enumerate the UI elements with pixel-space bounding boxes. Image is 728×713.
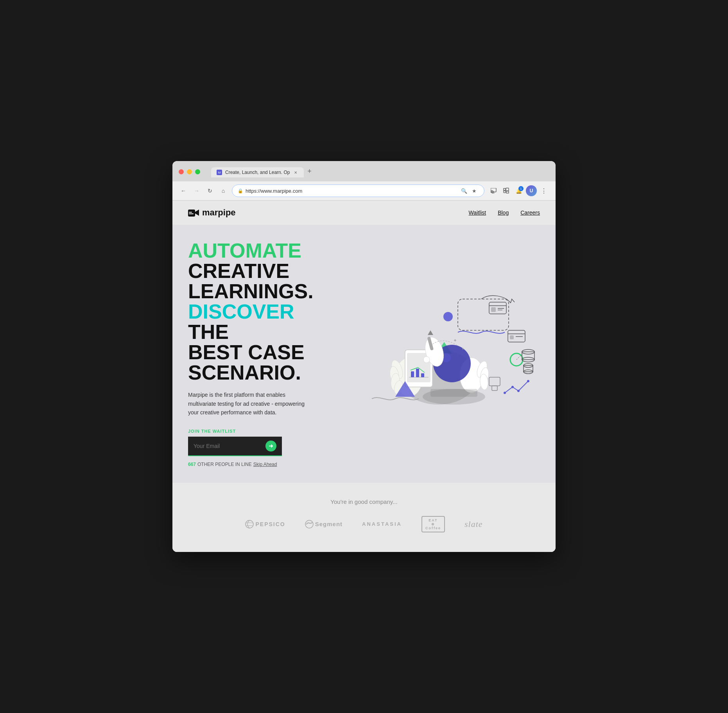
minimize-window-button[interactable] bbox=[187, 169, 192, 174]
email-form bbox=[188, 437, 282, 456]
waitlist-label: JOIN THE WAITLIST bbox=[188, 429, 337, 434]
svg-rect-40 bbox=[421, 373, 424, 377]
anastasia-logo: ANASTASIA bbox=[362, 521, 402, 527]
profile-avatar[interactable]: U bbox=[526, 185, 537, 196]
back-button[interactable]: ← bbox=[179, 186, 188, 195]
hero-description: Marpipe is the first platform that enabl… bbox=[188, 391, 305, 417]
browser-addressbar: ← → ↻ ⌂ 🔒 https://www.marpipe.com 🔍 ★ bbox=[172, 181, 556, 201]
svg-point-26 bbox=[511, 386, 514, 388]
url-text: https://www.marpipe.com bbox=[246, 188, 457, 194]
hero-title-discover: DISCOVER bbox=[188, 300, 294, 323]
svg-rect-11 bbox=[491, 307, 496, 312]
site-nav: marpipe Waitlist Blog Careers bbox=[172, 201, 556, 225]
company-tagline: You're in good company... bbox=[188, 498, 540, 505]
new-tab-button[interactable]: + bbox=[304, 166, 315, 177]
nav-careers[interactable]: Careers bbox=[520, 210, 540, 216]
svg-point-25 bbox=[504, 392, 506, 394]
address-actions: 🔍 ★ bbox=[460, 186, 479, 195]
cast-icon[interactable] bbox=[488, 185, 499, 196]
pepsico-logo: PEPSICO bbox=[245, 520, 285, 528]
svg-rect-5 bbox=[189, 213, 194, 214]
tab-close-button[interactable]: ✕ bbox=[293, 170, 298, 175]
site-logo[interactable]: marpipe bbox=[188, 208, 236, 218]
svg-text:✦: ✦ bbox=[462, 347, 464, 351]
hero-title-the: THE bbox=[188, 321, 229, 343]
svg-rect-2 bbox=[504, 191, 506, 193]
home-button[interactable]: ⌂ bbox=[219, 186, 228, 195]
svg-rect-56 bbox=[430, 389, 477, 397]
logo-text: marpipe bbox=[202, 208, 236, 218]
svg-point-27 bbox=[517, 390, 520, 392]
tab-title: Create, Launch, and Learn. Op bbox=[225, 170, 290, 175]
svg-rect-57 bbox=[489, 377, 500, 386]
website-content: marpipe Waitlist Blog Careers AUTOMATE C… bbox=[172, 201, 556, 552]
browser-toolbar-right: 🔔 1 U ⋮ bbox=[488, 185, 549, 196]
maximize-window-button[interactable] bbox=[195, 169, 200, 174]
bookmark-icon[interactable]: ★ bbox=[470, 186, 479, 195]
nav-waitlist[interactable]: Waitlist bbox=[469, 210, 486, 216]
reload-button[interactable]: ↻ bbox=[205, 186, 215, 195]
tab-bar: M Create, Launch, and Learn. Op ✕ + bbox=[211, 166, 315, 177]
hero-title-scenario: SCENARIO. bbox=[188, 361, 301, 384]
hero-section: AUTOMATE CREATIVE LEARNINGS. DISCOVER TH… bbox=[172, 225, 556, 482]
waitlist-count: 667 bbox=[188, 462, 196, 467]
segment-text: Segment bbox=[315, 521, 342, 527]
waitlist-text: OTHER PEOPLE IN LINE bbox=[197, 462, 252, 467]
address-bar[interactable]: 🔒 https://www.marpipe.com 🔍 ★ bbox=[232, 185, 484, 197]
browser-controls: M Create, Launch, and Learn. Op ✕ + bbox=[179, 166, 549, 177]
pepsico-text: PEPSICO bbox=[255, 521, 285, 527]
svg-point-28 bbox=[527, 380, 529, 382]
eat-coffee-logo: EAT ⊕ Coffee bbox=[421, 516, 445, 532]
nav-links: Waitlist Blog Careers bbox=[469, 210, 540, 216]
hero-title-automate: AUTOMATE bbox=[188, 239, 301, 262]
svg-rect-23 bbox=[524, 365, 533, 372]
hero-illustration: ✦ ✦ bbox=[337, 276, 540, 432]
hero-content: AUTOMATE CREATIVE LEARNINGS. DISCOVER TH… bbox=[188, 240, 337, 467]
company-section: You're in good company... PEPSICO bbox=[172, 483, 556, 552]
svg-rect-1 bbox=[506, 188, 509, 191]
svg-rect-6 bbox=[458, 299, 509, 330]
search-icon[interactable]: 🔍 bbox=[460, 186, 468, 195]
anastasia-text: ANASTASIA bbox=[362, 521, 402, 527]
email-input[interactable] bbox=[194, 443, 265, 449]
slate-logo: slate bbox=[464, 519, 483, 529]
waitlist-info: 667 OTHER PEOPLE IN LINE Skip Ahead bbox=[188, 462, 337, 467]
tab-favicon: M bbox=[217, 170, 222, 175]
slate-text: slate bbox=[464, 519, 483, 529]
svg-rect-3 bbox=[188, 210, 195, 217]
svg-point-52 bbox=[423, 356, 430, 363]
svg-rect-38 bbox=[411, 371, 414, 377]
svg-rect-4 bbox=[189, 212, 192, 213]
company-logos: PEPSICO Segment ANASTASIA EAT bbox=[188, 516, 540, 532]
ssl-lock-icon: 🔒 bbox=[238, 188, 243, 193]
notifications-icon[interactable]: 🔔 1 bbox=[513, 185, 524, 196]
hero-title-creative: CREATIVE bbox=[188, 260, 289, 282]
browser-tab[interactable]: M Create, Launch, and Learn. Op ✕ bbox=[211, 167, 304, 177]
svg-rect-39 bbox=[416, 369, 419, 377]
nav-blog[interactable]: Blog bbox=[498, 210, 509, 216]
hero-title: AUTOMATE CREATIVE LEARNINGS. DISCOVER TH… bbox=[188, 240, 337, 383]
close-window-button[interactable] bbox=[179, 169, 184, 174]
extension-icon[interactable] bbox=[501, 185, 512, 196]
notification-badge: 1 bbox=[518, 186, 524, 191]
segment-logo: Segment bbox=[305, 520, 342, 528]
email-submit-button[interactable] bbox=[265, 441, 276, 451]
forward-button[interactable]: → bbox=[192, 186, 201, 195]
svg-point-7 bbox=[443, 312, 453, 321]
svg-rect-20 bbox=[522, 352, 534, 360]
svg-rect-16 bbox=[510, 335, 514, 339]
svg-rect-58 bbox=[492, 386, 497, 391]
hero-title-learnings: LEARNINGS. bbox=[188, 280, 314, 303]
skip-link[interactable]: Skip Ahead bbox=[253, 462, 277, 467]
svg-text:✦: ✦ bbox=[453, 338, 457, 343]
hero-title-best-case: BEST CASE bbox=[188, 341, 305, 364]
browser-window: M Create, Launch, and Learn. Op ✕ + ← → … bbox=[172, 161, 556, 552]
browser-menu-button[interactable]: ⋮ bbox=[538, 185, 549, 196]
browser-titlebar: M Create, Launch, and Learn. Op ✕ + bbox=[172, 161, 556, 181]
svg-point-59 bbox=[246, 520, 253, 528]
